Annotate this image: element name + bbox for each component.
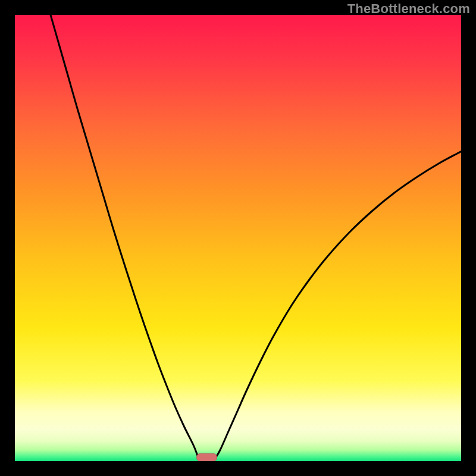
chart-plot [15, 15, 461, 461]
bottleneck-marker [197, 453, 217, 461]
watermark-text: TheBottleneck.com [347, 1, 470, 17]
chart-frame: TheBottleneck.com [0, 0, 476, 476]
gradient-background [15, 15, 461, 461]
